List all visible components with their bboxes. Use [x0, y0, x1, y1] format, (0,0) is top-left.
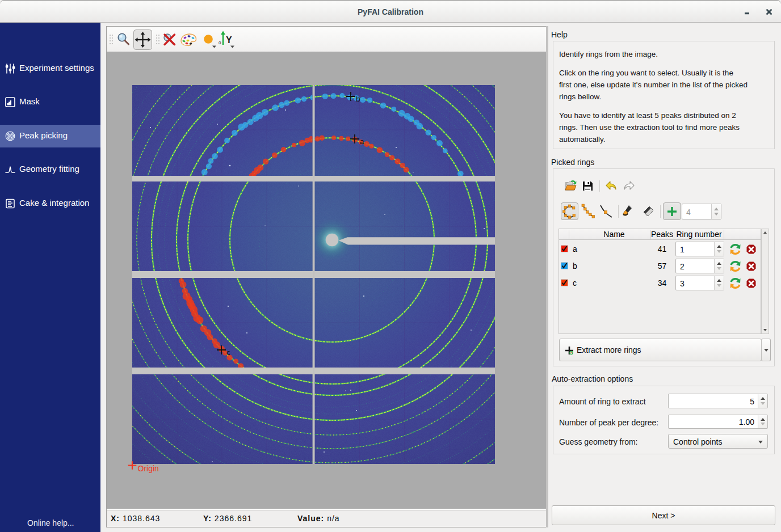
- svg-text:c: c: [226, 348, 230, 357]
- svg-text:a: a: [360, 137, 364, 146]
- svg-text:b: b: [356, 95, 360, 103]
- svg-text:Y: Y: [226, 35, 232, 45]
- svg-text:0: 0: [219, 40, 221, 45]
- svg-text:Origin: Origin: [138, 464, 159, 473]
